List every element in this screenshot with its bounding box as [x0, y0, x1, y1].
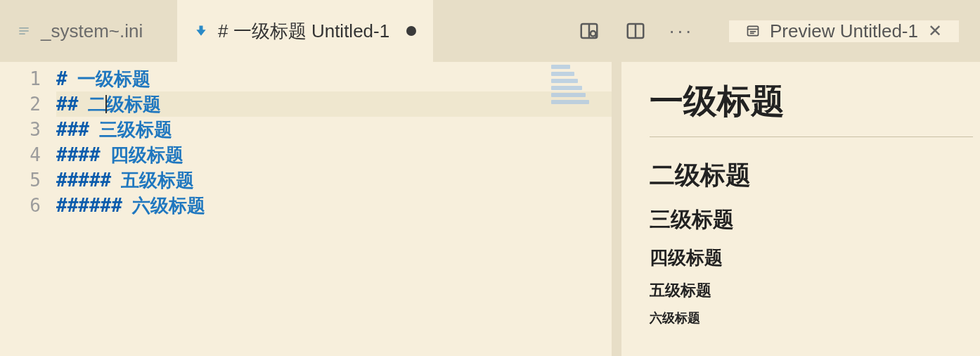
code-line[interactable]: ### 三级标题 — [56, 117, 612, 142]
heading-mark: ###### — [56, 193, 122, 218]
heading-mark: ### — [56, 117, 89, 142]
code-line[interactable]: ###### 六级标题 — [56, 193, 612, 218]
minimap-line — [551, 86, 582, 90]
main-area: 1 2 3 4 5 6 # 一级标题 ## 二级标题 ### 三级标题 ####… — [0, 62, 980, 356]
line-number: 5 — [0, 167, 56, 193]
minimap[interactable] — [551, 65, 599, 107]
preview-h6: 六级标题 — [650, 310, 980, 326]
tab-bar: _system~.ini # 一级标题 Untitled-1 ··· Previ… — [0, 0, 980, 62]
minimap-line — [551, 65, 570, 69]
minimap-line — [551, 93, 586, 97]
heading-mark: #### — [56, 142, 101, 167]
close-icon[interactable]: ✕ — [928, 21, 942, 41]
code-line[interactable]: ## 二级标题 — [56, 91, 612, 117]
preview-h5: 五级标题 — [650, 280, 980, 301]
line-number: 4 — [0, 142, 56, 167]
svg-rect-2 — [19, 33, 25, 34]
heading-text: 一级标题 — [77, 66, 150, 91]
code-line[interactable]: #### 四级标题 — [56, 142, 612, 167]
svg-line-6 — [595, 36, 597, 38]
file-icon — [17, 24, 31, 38]
heading-text: 二级标题 — [88, 91, 161, 117]
open-preview-side-icon[interactable] — [576, 18, 602, 44]
minimap-line — [551, 72, 574, 76]
line-number-gutter: 1 2 3 4 5 6 — [0, 62, 56, 356]
heading-mark: ## — [56, 91, 78, 117]
preview-rule — [650, 136, 973, 137]
svg-rect-1 — [19, 30, 28, 32]
preview-h2: 二级标题 — [650, 158, 980, 193]
split-editor-icon[interactable] — [623, 18, 648, 44]
minimap-line — [551, 100, 589, 104]
tab-label: _system~.ini — [41, 20, 143, 42]
svg-rect-0 — [19, 27, 28, 29]
line-number: 2 — [0, 91, 56, 117]
pane-divider[interactable] — [612, 62, 621, 356]
tab-label: # 一级标题 Untitled-1 — [218, 19, 389, 44]
more-actions-icon[interactable]: ··· — [669, 20, 694, 42]
preview-pane: 一级标题 二级标题 三级标题 四级标题 五级标题 六级标题 — [621, 62, 980, 356]
dirty-indicator-icon — [406, 26, 416, 36]
heading-text: 四级标题 — [110, 142, 183, 167]
tab-preview-untitled-1[interactable]: Preview Untitled-1 ✕ — [729, 20, 959, 42]
minimap-line — [551, 79, 578, 83]
editor-toolbar: ··· Preview Untitled-1 ✕ — [548, 0, 980, 62]
heading-text: 六级标题 — [132, 193, 205, 218]
preview-h3: 三级标题 — [650, 205, 980, 234]
editor-pane[interactable]: 1 2 3 4 5 6 # 一级标题 ## 二级标题 ### 三级标题 ####… — [0, 62, 612, 356]
tab-system-ini[interactable]: _system~.ini — [0, 0, 177, 62]
preview-h1: 一级标题 — [650, 79, 980, 124]
line-number: 1 — [0, 66, 56, 91]
code-line[interactable]: # 一级标题 — [56, 66, 612, 91]
code-line[interactable]: ##### 五级标题 — [56, 167, 612, 193]
preview-tab-label: Preview Untitled-1 — [770, 20, 918, 42]
preview-h4: 四级标题 — [650, 246, 980, 270]
preview-icon — [746, 24, 760, 38]
heading-text: 五级标题 — [121, 167, 194, 193]
heading-mark: # — [56, 66, 67, 91]
code-area[interactable]: # 一级标题 ## 二级标题 ### 三级标题 #### 四级标题 ##### … — [56, 62, 612, 356]
tab-untitled-1[interactable]: # 一级标题 Untitled-1 — [177, 0, 433, 62]
line-number: 3 — [0, 117, 56, 142]
markdown-icon — [194, 24, 208, 38]
line-number: 6 — [0, 193, 56, 218]
heading-text: 三级标题 — [99, 117, 172, 142]
svg-point-5 — [591, 31, 596, 37]
heading-mark: ##### — [56, 167, 111, 193]
